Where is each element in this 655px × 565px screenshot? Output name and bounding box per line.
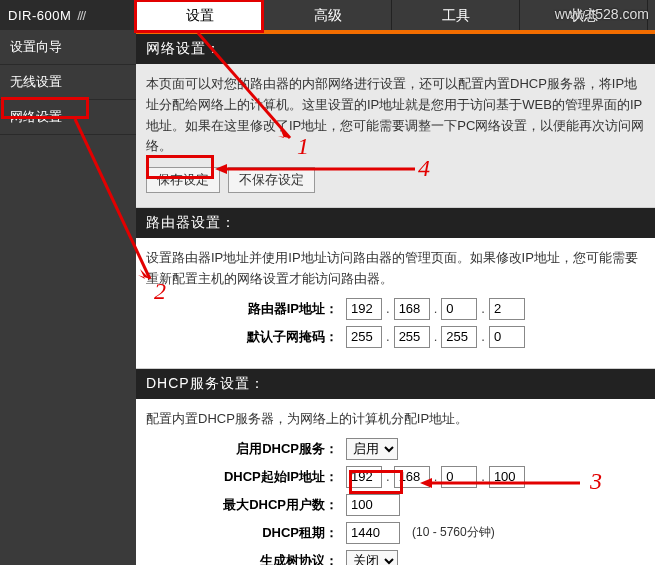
mask-octet-3[interactable]	[441, 326, 477, 348]
sidebar-item-label: 设置向导	[10, 39, 62, 54]
dot-sep: .	[434, 329, 438, 344]
stp-label: 生成树协议：	[146, 552, 346, 565]
button-label: 不保存设定	[239, 172, 304, 187]
dhcp-desc: 配置内置DHCP服务器，为网络上的计算机分配IP地址。	[146, 409, 645, 430]
save-button[interactable]: 保存设定	[146, 167, 220, 193]
dot-sep: .	[481, 329, 485, 344]
tab-label: 高级	[314, 7, 342, 23]
dot-sep: .	[386, 329, 390, 344]
dhcp-lease-label: DHCP租期：	[146, 524, 346, 542]
router-desc: 设置路由器IP地址并使用IP地址访问路由器的管理页面。如果修改IP地址，您可能需…	[146, 248, 645, 290]
mask-octet-4[interactable]	[489, 326, 525, 348]
sidebar: 设置向导 无线设置 网络设置	[0, 30, 136, 565]
dot-sep: .	[386, 469, 390, 484]
tab-label: 工具	[442, 7, 470, 23]
dhcp-enable-label: 启用DHCP服务：	[146, 440, 346, 458]
brand-text: DIR-600M	[8, 8, 71, 23]
dhcp-max-input[interactable]	[346, 494, 400, 516]
sidebar-item-wizard[interactable]: 设置向导	[0, 30, 136, 65]
brand-label: DIR-600M ///	[0, 0, 136, 30]
dhcp-enable-select[interactable]: 启用	[346, 438, 398, 460]
button-label: 保存设定	[157, 172, 209, 187]
router-ip-octet-4[interactable]	[489, 298, 525, 320]
tab-label: 状态	[570, 7, 598, 23]
tab-status[interactable]: 状态	[520, 0, 648, 30]
router-ip-octet-3[interactable]	[441, 298, 477, 320]
brand-slashes: ///	[77, 8, 85, 23]
dhcp-start-octet-4[interactable]	[489, 466, 525, 488]
section-body-network: 本页面可以对您的路由器的内部网络进行设置，还可以配置内置DHCP服务器，将IP地…	[136, 64, 655, 208]
router-ip-octet-1[interactable]	[346, 298, 382, 320]
sidebar-item-wireless[interactable]: 无线设置	[0, 65, 136, 100]
dhcp-max-label: 最大DHCP用户数：	[146, 496, 346, 514]
dot-sep: .	[434, 469, 438, 484]
stp-select[interactable]: 关闭	[346, 550, 398, 565]
dhcp-start-octet-1[interactable]	[346, 466, 382, 488]
tab-label: 设置	[186, 7, 214, 23]
sidebar-item-label: 网络设置	[10, 109, 62, 124]
content: 网络设置： 本页面可以对您的路由器的内部网络进行设置，还可以配置内置DHCP服务…	[136, 30, 655, 565]
dhcp-lease-input[interactable]	[346, 522, 400, 544]
section-body-dhcp: 配置内置DHCP服务器，为网络上的计算机分配IP地址。 启用DHCP服务： 启用…	[136, 399, 655, 565]
tab-tools[interactable]: 工具	[392, 0, 520, 30]
tab-setup[interactable]: 设置	[136, 0, 264, 30]
section-header-network: 网络设置：	[136, 30, 655, 64]
mask-octet-2[interactable]	[394, 326, 430, 348]
dhcp-start-octet-3[interactable]	[441, 466, 477, 488]
sidebar-item-label: 无线设置	[10, 74, 62, 89]
dot-sep: .	[434, 301, 438, 316]
nav-tabs: 设置 高级 工具 状态	[136, 0, 655, 30]
dhcp-start-octet-2[interactable]	[394, 466, 430, 488]
dot-sep: .	[481, 469, 485, 484]
network-desc: 本页面可以对您的路由器的内部网络进行设置，还可以配置内置DHCP服务器，将IP地…	[146, 74, 645, 157]
router-ip-label: 路由器IP地址：	[146, 300, 346, 318]
no-save-button[interactable]: 不保存设定	[228, 167, 315, 193]
router-ip-octet-2[interactable]	[394, 298, 430, 320]
sidebar-item-network[interactable]: 网络设置	[0, 100, 136, 135]
dhcp-start-label: DHCP起始IP地址：	[146, 468, 346, 486]
section-body-router: 设置路由器IP地址并使用IP地址访问路由器的管理页面。如果修改IP地址，您可能需…	[136, 238, 655, 369]
dot-sep: .	[386, 301, 390, 316]
mask-octet-1[interactable]	[346, 326, 382, 348]
section-header-dhcp: DHCP服务设置：	[136, 369, 655, 399]
section-header-router: 路由器设置：	[136, 208, 655, 238]
dot-sep: .	[481, 301, 485, 316]
top-bar: DIR-600M /// 设置 高级 工具 状态	[0, 0, 655, 30]
tab-advanced[interactable]: 高级	[264, 0, 392, 30]
dhcp-lease-hint: (10 - 5760分钟)	[412, 524, 495, 541]
subnet-mask-label: 默认子网掩码：	[146, 328, 346, 346]
